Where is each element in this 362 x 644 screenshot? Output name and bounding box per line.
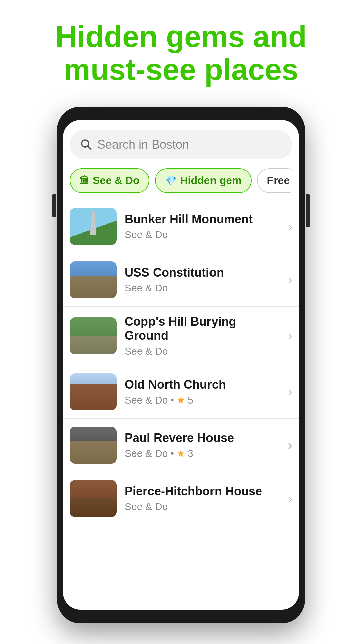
page-wrapper: Hidden gems and must-see places S bbox=[0, 0, 362, 623]
chip-see-do[interactable]: 🏛 See & Do bbox=[70, 168, 149, 193]
place-name-uss: USS Constitution bbox=[125, 266, 280, 280]
chevron-bunker-hill: › bbox=[288, 219, 292, 234]
place-category-uss: See & Do bbox=[125, 282, 280, 294]
star-icon-paul: ★ bbox=[177, 448, 185, 459]
phone-screen: Search in Boston 🏛 See & Do 💎 Hidden gem bbox=[63, 120, 299, 610]
chip-hidden-gem-label: Hidden gem bbox=[180, 174, 241, 187]
chevron-uss: › bbox=[288, 272, 292, 287]
search-bar[interactable]: Search in Boston bbox=[70, 130, 292, 159]
thumb-copps bbox=[70, 317, 117, 354]
search-icon bbox=[80, 138, 92, 151]
svg-line-1 bbox=[88, 146, 91, 149]
rating-church: 5 bbox=[188, 394, 193, 406]
hidden-gem-icon: 💎 bbox=[165, 175, 177, 186]
place-category-copps: See & Do bbox=[125, 345, 280, 357]
thumb-paul bbox=[70, 427, 117, 464]
filter-chips-row: 🏛 See & Do 💎 Hidden gem Free 🍴 Eat bbox=[70, 168, 292, 193]
dot-separator-paul: • bbox=[170, 448, 174, 459]
place-info-paul: Paul Revere House See & Do • ★ 3 bbox=[125, 431, 280, 459]
place-item-bunker-hill[interactable]: Bunker Hill Monument See & Do › bbox=[70, 200, 292, 253]
see-do-icon: 🏛 bbox=[80, 175, 89, 186]
place-info-uss: USS Constitution See & Do bbox=[125, 266, 280, 294]
thumb-pierce bbox=[70, 480, 117, 517]
thumb-uss bbox=[70, 261, 117, 298]
chevron-church: › bbox=[288, 384, 292, 399]
phone-frame: Search in Boston 🏛 See & Do 💎 Hidden gem bbox=[57, 107, 305, 623]
place-item-pierce[interactable]: Pierce-Hitchborn House See & Do › bbox=[70, 472, 292, 517]
place-info-pierce: Pierce-Hitchborn House See & Do bbox=[125, 484, 280, 513]
chip-see-do-label: See & Do bbox=[93, 174, 139, 187]
chevron-paul: › bbox=[288, 438, 292, 453]
screen-content: Search in Boston 🏛 See & Do 💎 Hidden gem bbox=[63, 120, 299, 517]
headline: Hidden gems and must-see places bbox=[13, 20, 349, 87]
place-item-church[interactable]: Old North Church See & Do • ★ 5 › bbox=[70, 365, 292, 418]
search-placeholder-text: Search in Boston bbox=[97, 138, 189, 152]
place-category-paul: See & Do • ★ 3 bbox=[125, 448, 280, 459]
place-category-pierce: See & Do bbox=[125, 501, 280, 513]
star-icon-church: ★ bbox=[177, 395, 185, 406]
chip-free[interactable]: Free bbox=[257, 168, 292, 193]
place-info-church: Old North Church See & Do • ★ 5 bbox=[125, 378, 280, 406]
rating-paul: 3 bbox=[188, 448, 193, 459]
thumb-church bbox=[70, 373, 117, 410]
place-category-church: See & Do • ★ 5 bbox=[125, 394, 280, 406]
phone-mockup-wrapper: Search in Boston 🏛 See & Do 💎 Hidden gem bbox=[0, 100, 362, 623]
place-item-uss[interactable]: USS Constitution See & Do › bbox=[70, 253, 292, 306]
page-header: Hidden gems and must-see places bbox=[0, 0, 362, 100]
place-info-copps: Copp's Hill Burying Ground See & Do bbox=[125, 315, 280, 357]
chip-free-label: Free bbox=[267, 174, 290, 187]
place-name-pierce: Pierce-Hitchborn House bbox=[125, 484, 280, 498]
place-name-bunker-hill: Bunker Hill Monument bbox=[125, 212, 280, 226]
place-name-paul: Paul Revere House bbox=[125, 431, 280, 445]
place-name-church: Old North Church bbox=[125, 378, 280, 392]
place-item-copps[interactable]: Copp's Hill Burying Ground See & Do › bbox=[70, 307, 292, 365]
chevron-copps: › bbox=[288, 328, 292, 343]
place-item-paul[interactable]: Paul Revere House See & Do • ★ 3 › bbox=[70, 419, 292, 472]
place-info-bunker-hill: Bunker Hill Monument See & Do bbox=[125, 212, 280, 240]
thumb-bunker-hill bbox=[70, 208, 117, 245]
place-category-bunker-hill: See & Do bbox=[125, 229, 280, 240]
chip-hidden-gem[interactable]: 💎 Hidden gem bbox=[155, 168, 251, 193]
chevron-pierce: › bbox=[288, 491, 292, 506]
dot-separator-church: • bbox=[170, 394, 174, 406]
place-name-copps: Copp's Hill Burying Ground bbox=[125, 315, 280, 343]
